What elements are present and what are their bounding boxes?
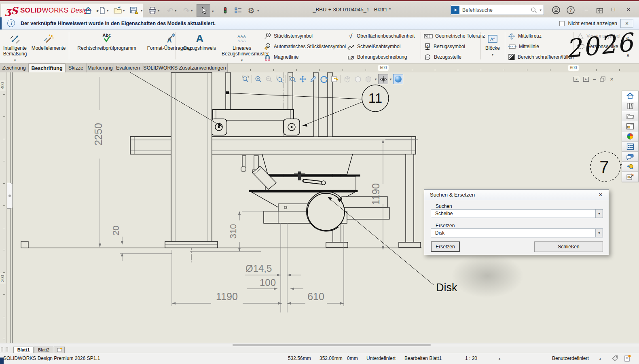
- dialog-close-button[interactable]: ×: [597, 191, 605, 199]
- zoom-out-button[interactable]: [264, 74, 274, 84]
- view-settings-caret[interactable]: ▾: [389, 77, 393, 81]
- pane-splitter-handle[interactable]: [6, 347, 8, 352]
- options-list-button[interactable]: [233, 5, 243, 16]
- pane-splitter-handle[interactable]: [1, 347, 3, 352]
- dim-100[interactable]: 100: [260, 277, 276, 288]
- magnetic-line-button[interactable]: Magnetlinie: [264, 53, 298, 61]
- tab-evaluieren[interactable]: Evaluieren: [114, 63, 142, 72]
- pan-button[interactable]: [298, 74, 308, 84]
- display-style-button[interactable]: [342, 74, 352, 84]
- search-input[interactable]: [460, 7, 530, 13]
- taskpane-custom-properties-tab[interactable]: [622, 142, 638, 152]
- geometric-tolerance-button[interactable]: Geometrische Toleranz: [424, 32, 485, 40]
- rotate-view-button[interactable]: [319, 74, 329, 84]
- format-selector-arrow[interactable]: ▴: [599, 357, 601, 360]
- maximize-button[interactable]: □: [607, 6, 619, 13]
- child-close-button[interactable]: ×: [610, 76, 614, 83]
- panel-collapse-handle[interactable]: [7, 183, 13, 209]
- tag-status-icon[interactable]: [611, 355, 619, 362]
- taskpane-appearances-tab[interactable]: [622, 131, 638, 142]
- taskpane-forum-tab[interactable]: [622, 152, 638, 162]
- taskpane-design-library-tab[interactable]: [622, 101, 638, 111]
- datum-feature-button[interactable]: A Bezugssymbol: [424, 42, 465, 51]
- blocks-button[interactable]: A° Blöcke ▾: [482, 31, 503, 51]
- balloon-11[interactable]: 11: [368, 91, 382, 106]
- hole-callout-button[interactable]: Ø Bohrungsbeschreibung: [347, 53, 407, 61]
- search-caret[interactable]: ▾: [537, 8, 544, 12]
- redo-button[interactable]: ↷: [181, 5, 192, 16]
- center-mark-button[interactable]: Mittelkreuz: [508, 32, 542, 40]
- scale-selector-arrow[interactable]: ▴: [499, 357, 500, 360]
- tab-zusatzanwendungen[interactable]: SOLIDWORKS Zusatzanwendungen: [142, 63, 227, 72]
- balloon-7[interactable]: 7: [599, 157, 609, 176]
- select-tool-button[interactable]: [197, 4, 210, 17]
- notification-close-button[interactable]: ×: [620, 19, 633, 28]
- replace-button[interactable]: Ersetzen: [431, 241, 460, 252]
- smart-dimension-button[interactable]: Intelligente Bemaßung ▾: [2, 31, 28, 57]
- spell-check-button[interactable]: Abc Rechtschreibprüfprogramm: [71, 31, 142, 51]
- revision-cloud-button[interactable]: Versionswolke: [577, 42, 618, 51]
- new-document-caret[interactable]: ▾: [107, 8, 109, 13]
- sheet-tab-blatt2[interactable]: Blatt2: [34, 347, 53, 353]
- find-combobox[interactable]: ▾: [431, 209, 603, 218]
- redo-caret[interactable]: ▾: [191, 8, 193, 13]
- find-dropdown-button[interactable]: ▾: [595, 210, 603, 218]
- close-dialog-button[interactable]: Schließen: [534, 241, 603, 252]
- dim-610[interactable]: 610: [307, 291, 324, 302]
- taskpane-home-tab[interactable]: [622, 91, 638, 101]
- arrange-windows-button[interactable]: [595, 6, 605, 16]
- tab-markierung[interactable]: Markierung: [87, 63, 114, 72]
- area-hatch-button[interactable]: Bereich schraffieren/füllen: [508, 53, 574, 61]
- notes-status-icon[interactable]: [624, 354, 631, 362]
- dim-1190-right[interactable]: 1190: [370, 183, 381, 205]
- ribbon-collapse-chevron[interactable]: ∧: [626, 52, 630, 58]
- smart-dimension-caret[interactable]: ▾: [14, 57, 16, 63]
- save-button[interactable]: [129, 5, 139, 16]
- zoom-to-fit-button[interactable]: [240, 74, 250, 84]
- tab-beschriftung[interactable]: Beschriftung: [28, 63, 66, 72]
- open-caret[interactable]: ▾: [123, 8, 125, 13]
- taskpane-3d-exchange-tab[interactable]: [622, 162, 638, 172]
- dim-hole-dia[interactable]: Ø14,5: [245, 263, 272, 274]
- tab-zeichnung[interactable]: Zeichnung: [0, 63, 28, 72]
- reload-sheet-button[interactable]: [329, 74, 339, 84]
- find-input[interactable]: [431, 210, 595, 218]
- undo-caret[interactable]: ▾: [175, 8, 177, 13]
- sheet-tab-blatt1[interactable]: Blatt1: [13, 347, 34, 353]
- dismiss-checkbox[interactable]: [559, 21, 565, 26]
- help-button[interactable]: ?: [565, 5, 576, 15]
- settings-button[interactable]: ⚙: [246, 5, 256, 16]
- centerline-button[interactable]: Mittellinie: [508, 42, 539, 51]
- dim-310[interactable]: 310: [228, 224, 238, 239]
- surface-finish-button[interactable]: √ Oberflächenbeschaffenheit: [347, 32, 415, 40]
- zoom-in-out-button[interactable]: [253, 74, 263, 84]
- taskpane-addins-tab[interactable]: [622, 172, 638, 182]
- datum-target-button[interactable]: Bezugsstelle: [424, 53, 461, 61]
- login-button[interactable]: [551, 5, 561, 15]
- ribbon-more-chevron[interactable]: »: [626, 34, 629, 40]
- select-caret[interactable]: ▾: [212, 9, 214, 13]
- linear-note-pattern-button[interactable]: AAAAAA Lineares Bezugshinweismuster ▾: [222, 31, 262, 57]
- interference-check-button[interactable]: [220, 5, 231, 16]
- graphics-area[interactable]: 2250 20 310 Ø14,5 100 1190 610 1190 11 7: [0, 72, 639, 343]
- dock-right-icon[interactable]: ▸: [583, 77, 589, 82]
- display-caret[interactable]: ▾: [374, 77, 378, 81]
- close-button[interactable]: ×: [623, 6, 634, 14]
- status-sheet-scale[interactable]: 1 : 20: [465, 356, 477, 361]
- zoom-to-area-button[interactable]: [274, 74, 284, 84]
- render-mode-button[interactable]: [393, 74, 403, 84]
- tab-skizze[interactable]: Skizze: [66, 63, 87, 72]
- shadow-view-button[interactable]: [363, 74, 373, 84]
- roll-view-button[interactable]: [308, 74, 318, 84]
- open-button[interactable]: [112, 5, 123, 16]
- weld-symbol-button[interactable]: Schweißnahtsymbol: [347, 42, 400, 51]
- undo-button[interactable]: ↶: [165, 5, 176, 16]
- print-caret[interactable]: ▾: [158, 8, 160, 13]
- status-sheet-format[interactable]: Benutzerdefiniert: [552, 356, 589, 361]
- scrollbar-thumb[interactable]: [233, 344, 431, 346]
- dialog-title-bar[interactable]: Suchen & Ersetzen ×: [424, 190, 609, 200]
- linear-note-pattern-caret[interactable]: ▾: [241, 57, 243, 63]
- balloon-button[interactable]: 1 Stücklistensymbol: [264, 32, 313, 40]
- hide-show-items-button[interactable]: [353, 74, 363, 84]
- note-button[interactable]: A Bezugshinweis: [179, 31, 221, 51]
